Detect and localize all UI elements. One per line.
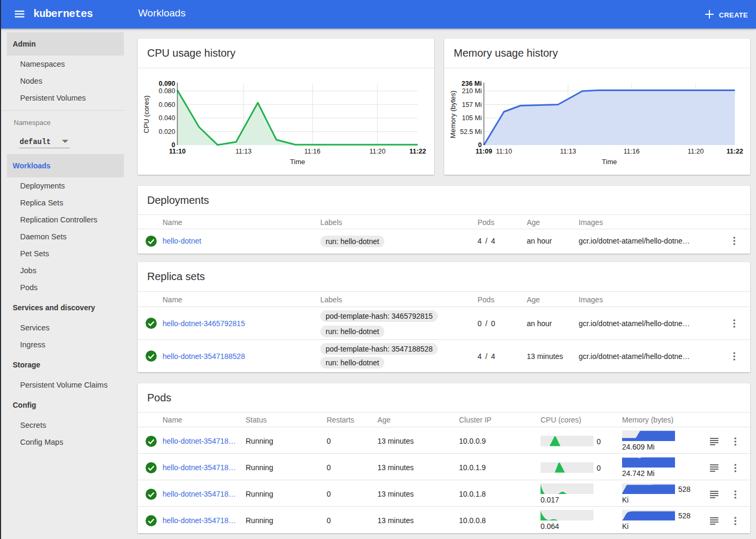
svg-text:52.5 Mi: 52.5 Mi [460, 128, 482, 136]
svg-text:210 Mi: 210 Mi [462, 87, 482, 95]
svg-text:11:16: 11:16 [624, 148, 640, 155]
svg-text:11:10: 11:10 [496, 148, 512, 155]
svg-text:Memory (bytes): Memory (bytes) [449, 91, 457, 138]
svg-text:105 Mi: 105 Mi [462, 114, 482, 122]
svg-text:11:20: 11:20 [370, 148, 385, 155]
svg-text:0.090: 0.090 [159, 80, 175, 87]
svg-text:11:20: 11:20 [688, 148, 704, 155]
svg-text:Time: Time [290, 158, 305, 166]
svg-text:11:22: 11:22 [409, 148, 426, 155]
svg-text:CPU (cores): CPU (cores) [142, 95, 150, 133]
svg-text:11:09: 11:09 [475, 148, 492, 155]
svg-text:11:22: 11:22 [726, 148, 743, 155]
svg-text:11:13: 11:13 [560, 148, 576, 155]
svg-text:11:16: 11:16 [304, 148, 320, 155]
svg-text:0.040: 0.040 [159, 114, 175, 122]
svg-text:11:13: 11:13 [236, 148, 251, 155]
svg-text:0.060: 0.060 [159, 101, 175, 109]
svg-text:0.020: 0.020 [159, 128, 175, 136]
svg-text:Time: Time [602, 158, 617, 166]
svg-text:0.080: 0.080 [159, 87, 175, 95]
svg-text:157 Mi: 157 Mi [462, 101, 482, 109]
svg-text:11:10: 11:10 [169, 148, 185, 155]
svg-text:236 Mi: 236 Mi [462, 80, 482, 87]
